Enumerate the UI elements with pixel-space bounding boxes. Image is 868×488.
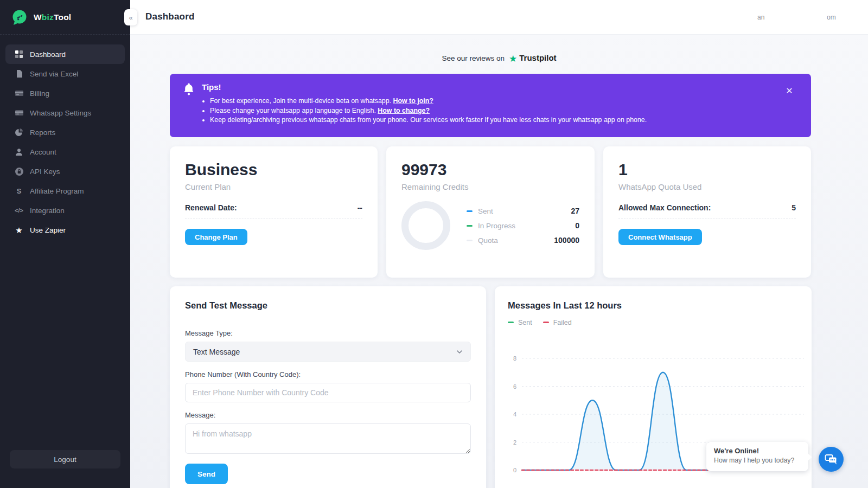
chat-status-title: We're Online! <box>714 447 801 455</box>
chat-status-message: How may I help you today? <box>714 457 801 464</box>
whatsapp-quota-card: 1 WhatsApp Quota Used Allowed Max Connec… <box>603 146 811 278</box>
header-right-text-1[interactable]: an <box>757 14 764 21</box>
logout-button[interactable]: Logout <box>10 450 120 468</box>
max-connection-row: Allowed Max Connection: 5 <box>618 203 796 212</box>
header-right-text-2[interactable]: om <box>827 14 836 21</box>
sidebar-item-label: Account <box>30 148 56 156</box>
svg-text:2: 2 <box>513 439 516 446</box>
chat-bubbles-icon <box>824 453 838 465</box>
credits-value: 99973 <box>401 160 579 179</box>
divider <box>618 219 796 219</box>
trustpilot-star-icon: ★ <box>509 54 517 64</box>
brand: WbizTool <box>0 0 130 35</box>
legend-label: Quota <box>478 236 498 245</box>
trustpilot-brand: Trustpilot <box>519 53 556 62</box>
message-label: Message: <box>185 411 471 419</box>
credits-legend: Sent 27 In Progress 0 Quota 100000 <box>467 204 579 248</box>
tips-banner: Tips! For best experience, Join the mult… <box>170 74 811 137</box>
how-to-join-link[interactable]: How to join? <box>393 97 433 105</box>
sidebar-item-label: Send via Excel <box>30 70 78 78</box>
tips-item: Please change your whatsapp app language… <box>210 106 647 116</box>
live-chat-button[interactable] <box>819 447 844 472</box>
legend-label: In Progress <box>478 222 515 230</box>
max-connection-value: 5 <box>792 203 796 212</box>
tips-item-text: For best experience, Join the multi-devi… <box>210 97 393 105</box>
credit-card-icon <box>14 88 24 98</box>
sidebar-collapse-button[interactable]: « <box>124 9 137 25</box>
tips-item-text: Please change your whatsapp app language… <box>210 107 378 114</box>
tips-list: For best experience, Join the multi-devi… <box>210 97 647 125</box>
change-plan-button[interactable]: Change Plan <box>185 229 247 245</box>
divider <box>185 219 362 219</box>
page-title: Dashbaord <box>145 11 195 22</box>
plan-label: Current Plan <box>185 182 362 191</box>
connect-whatsapp-button[interactable]: Connect Whatsapp <box>618 229 702 245</box>
legend-dash <box>508 322 514 323</box>
credits-body: Sent 27 In Progress 0 Quota 100000 <box>401 201 579 250</box>
trustpilot-prefix: See our reviews on <box>442 54 505 62</box>
phone-input[interactable] <box>185 383 471 402</box>
sidebar-item-label: Billing <box>30 89 49 98</box>
dollar-icon: S <box>14 186 24 196</box>
sidebar-item-label: Affiliate Program <box>30 187 84 195</box>
sidebar-item-affiliate-program[interactable]: S Affiliate Program <box>5 181 125 201</box>
tips-item: Keep deleting/archiving previous whatsap… <box>210 115 647 125</box>
grid-icon <box>14 49 24 59</box>
legend-dash <box>543 322 549 323</box>
send-button[interactable]: Send <box>185 464 228 484</box>
quota-label: WhatsApp Quota Used <box>618 182 796 191</box>
how-to-change-link[interactable]: How to change? <box>378 107 430 114</box>
lock-icon <box>14 166 24 176</box>
sidebar-item-label: API Keys <box>30 168 60 176</box>
bell-icon <box>183 82 194 97</box>
close-icon[interactable]: ✕ <box>784 86 795 97</box>
renewal-row: Renewal Date: -- <box>185 203 362 212</box>
sidebar-item-billing[interactable]: Billing <box>5 84 125 103</box>
sidebar: WbizTool Dashboard Send via Excel Billin… <box>0 0 130 488</box>
brand-name: WbizTool <box>34 12 71 22</box>
send-test-title: Send Test Message <box>185 300 471 311</box>
credits-label: Remaining Credits <box>401 182 579 191</box>
wbiztool-dashboard: WbizTool Dashboard Send via Excel Billin… <box>0 0 868 488</box>
sidebar-item-integration[interactable]: </> Integration <box>5 201 125 220</box>
file-icon <box>14 69 24 79</box>
sidebar-item-use-zapier[interactable]: ★ Use Zapier <box>5 220 125 240</box>
sidebar-item-label: Dashboard <box>30 50 66 59</box>
user-icon <box>14 147 24 157</box>
sidebar-nav: Dashboard Send via Excel Billing Whatsap… <box>0 35 130 240</box>
sidebar-item-account[interactable]: Account <box>5 142 125 162</box>
sidebar-item-label: Use Zapier <box>30 226 66 234</box>
current-plan-card: Business Current Plan Renewal Date: -- C… <box>170 146 378 278</box>
sidebar-item-whatsapp-settings[interactable]: Whatsapp Settings <box>5 103 125 123</box>
quota-value: 1 <box>618 160 796 179</box>
svg-text:4: 4 <box>513 411 516 418</box>
legend-row-sent: Sent 27 <box>467 204 579 219</box>
legend-dash <box>467 240 473 241</box>
chart-title: Messages In Last 12 hours <box>508 300 799 311</box>
legend-label: Sent <box>478 207 493 215</box>
renewal-label: Renewal Date: <box>185 203 237 212</box>
sidebar-item-send-via-excel[interactable]: Send via Excel <box>5 64 125 84</box>
sidebar-item-reports[interactable]: Reports <box>5 123 125 142</box>
trustpilot-link[interactable]: See our reviews on★Trustpilot <box>130 53 868 65</box>
max-connection-label: Allowed Max Connection: <box>618 203 711 212</box>
legend-label: Failed <box>553 319 572 326</box>
svg-text:8: 8 <box>513 355 516 362</box>
message-type-select[interactable]: Text Message <box>185 342 471 362</box>
sidebar-item-api-keys[interactable]: API Keys <box>5 162 125 181</box>
credits-donut-chart <box>401 201 450 250</box>
main-content: See our reviews on★Trustpilot Tips! For … <box>130 35 868 488</box>
whatsapp-bubble-logo-icon <box>11 9 28 26</box>
svg-text:0: 0 <box>513 467 516 473</box>
header: Dashbaord an om <box>130 0 868 35</box>
legend-value: 27 <box>571 207 579 215</box>
tips-title: Tips! <box>202 82 221 92</box>
credit-card-icon <box>14 108 24 118</box>
legend-label: Sent <box>518 319 532 326</box>
send-test-message-card: Send Test Message Message Type: Text Mes… <box>170 286 486 488</box>
sidebar-item-label: Reports <box>30 129 55 137</box>
message-textarea[interactable] <box>185 423 471 454</box>
code-icon: </> <box>14 206 24 215</box>
message-type-value: Text Message <box>193 348 240 356</box>
sidebar-item-dashboard[interactable]: Dashboard <box>5 44 125 64</box>
